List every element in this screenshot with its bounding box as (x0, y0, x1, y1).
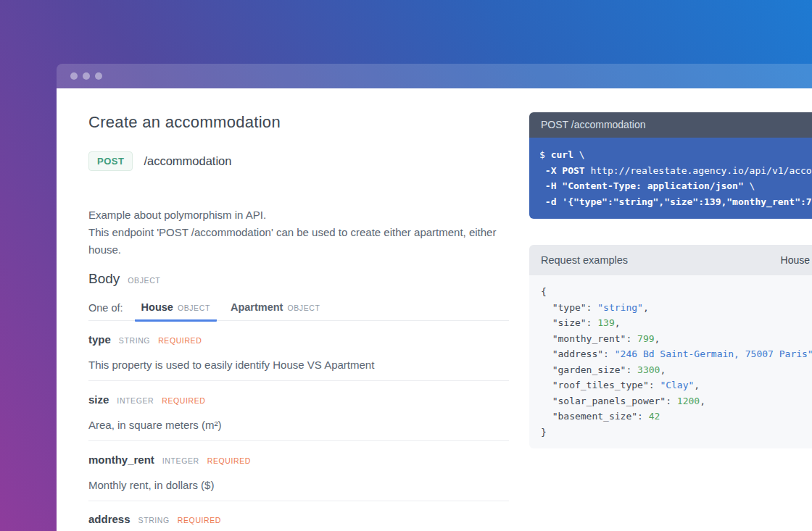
property-type-label: INTEGER (117, 393, 154, 408)
page-title: Create an accommodation (88, 112, 509, 133)
property-description: Monthly rent, in dollars ($) (88, 477, 509, 494)
curl-panel: POST /accommodation $ curl \ -X POST htt… (529, 112, 812, 219)
docs-page: Create an accommodation POST /accommodat… (57, 88, 812, 531)
tab-type-label: OBJECT (178, 304, 210, 312)
json-code-line: "address": "246 Bd Saint-Germain, 75007 … (541, 346, 812, 362)
request-examples-title: Request examples (541, 254, 628, 266)
json-code-line: "solar_panels_power": 1200, (541, 393, 812, 409)
browser-window: Create an accommodation POST /accommodat… (57, 64, 812, 531)
method-badge: POST (88, 151, 133, 171)
one-of-tabs: HouseOBJECTApartmentOBJECT (135, 301, 327, 320)
property-monthy_rent: monthy_rentINTEGERREQUIREDMonthly rent, … (88, 441, 509, 501)
body-section-label: Body (88, 270, 120, 288)
tab-apartment[interactable]: ApartmentOBJECT (224, 301, 327, 322)
property-name: type (88, 333, 111, 347)
curl-code-line: -X POST http://realestate.agency.io/api/… (539, 163, 812, 179)
json-code-line: { (541, 284, 812, 300)
window-titlebar (57, 64, 812, 88)
curl-panel-header: POST /accommodation (529, 112, 812, 138)
window-dot-icon[interactable] (95, 72, 102, 80)
property-name: size (88, 393, 109, 407)
request-examples-header: Request examples House (529, 245, 812, 275)
json-code-line: } (541, 425, 812, 440)
property-type-label: STRING (119, 333, 150, 348)
body-section-type: OBJECT (128, 276, 160, 285)
property-address: addressSTRINGREQUIRED (88, 501, 509, 531)
property-required-badge: REQUIRED (162, 393, 205, 408)
property-type-label: INTEGER (162, 453, 199, 468)
doc-content: Create an accommodation POST /accommodat… (88, 112, 509, 531)
endpoint-description: Example about polymorphism in API. This … (88, 206, 509, 259)
json-code-line: "size": 139, (541, 315, 812, 331)
property-type: typeSTRINGREQUIREDThis property is used … (88, 321, 509, 381)
request-examples-panel: Request examples House { "type": "string… (529, 245, 812, 448)
json-code-line: "basement_size": 42 (541, 409, 812, 425)
tab-type-label: OBJECT (287, 304, 320, 312)
curl-code-block: $ curl \ -X POST http://realestate.agenc… (529, 138, 812, 219)
curl-code-line: -H "Content-Type: application/json" \ (539, 178, 812, 194)
endpoint-path: /accommodation (144, 154, 231, 168)
one-of-label: One of: (88, 302, 123, 320)
example-selector-value: House (781, 254, 810, 266)
tab-label: Apartment (231, 301, 283, 313)
property-required-badge: REQUIRED (158, 333, 202, 348)
code-column: POST /accommodation $ curl \ -X POST htt… (529, 112, 812, 531)
window-dot-icon[interactable] (70, 72, 78, 80)
tab-house[interactable]: HouseOBJECT (135, 301, 217, 322)
json-code-line: "garden_size": 3300, (541, 362, 812, 378)
endpoint-row: POST /accommodation (88, 150, 509, 172)
curl-code-line: -d '{"type":"string","size":139,"monthy_… (539, 194, 812, 210)
property-name: monthy_rent (88, 453, 154, 467)
json-example-block: { "type": "string", "size": 139, "monthy… (529, 275, 812, 448)
property-required-badge: REQUIRED (207, 453, 251, 468)
json-code-line: "monthy_rent": 799, (541, 331, 812, 347)
property-list: typeSTRINGREQUIREDThis property is used … (88, 321, 509, 531)
property-required-badge: REQUIRED (178, 513, 221, 527)
example-selector[interactable]: House (781, 254, 812, 266)
window-dot-icon[interactable] (83, 72, 90, 80)
one-of-row: One of: HouseOBJECTApartmentOBJECT (88, 301, 509, 321)
json-code-line: "type": "string", (541, 300, 812, 316)
json-code-line: "roof_tiles_type": "Clay", (541, 377, 812, 393)
property-description: This property is used to easily identify… (88, 356, 509, 374)
body-section-heading: Body OBJECT (88, 270, 509, 288)
property-type-label: STRING (138, 513, 170, 527)
property-size: sizeINTEGERREQUIREDArea, in square meter… (88, 381, 509, 441)
property-description: Area, in square meters (m²) (88, 417, 509, 434)
property-name: address (88, 512, 130, 527)
curl-code-line: $ curl \ (539, 147, 812, 163)
tab-label: House (141, 301, 173, 313)
description-line: This endpoint 'POST /accommodation' can … (88, 224, 509, 259)
description-line: Example about polymorphism in API. (88, 206, 509, 224)
